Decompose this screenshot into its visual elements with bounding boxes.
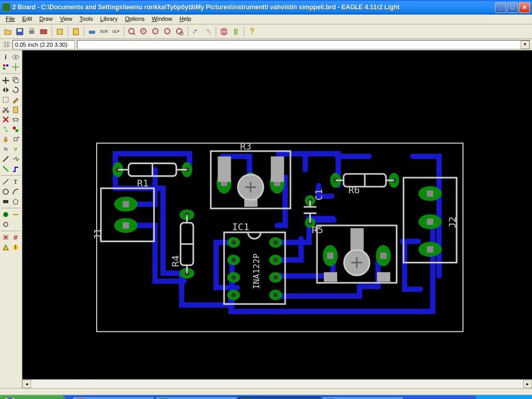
replace-tool[interactable] (11, 125, 20, 134)
menu-view[interactable]: View (56, 15, 76, 24)
svg-rect-44 (3, 200, 8, 203)
taskbar-item[interactable]: 1 Schematic - C:\Doc... (155, 396, 237, 399)
circle-tool[interactable] (1, 187, 10, 196)
label-j1: J1 (92, 228, 103, 240)
menu-tools[interactable]: Tools (76, 15, 97, 24)
svg-rect-6 (73, 29, 78, 35)
minimize-button[interactable]: _ (495, 2, 506, 13)
undo-button[interactable] (190, 26, 202, 37)
display-tool[interactable] (1, 62, 10, 72)
board-canvas[interactable]: R1 R3 R6 R5 IC1 R4 C1 J1 J2 INA122P (22, 50, 532, 379)
svg-rect-20 (236, 29, 238, 35)
svg-rect-54 (123, 201, 129, 207)
svg-marker-45 (13, 199, 18, 204)
erc-tool[interactable] (1, 243, 10, 252)
menu-library[interactable]: Library (97, 15, 122, 24)
dropdown-arrow-icon[interactable]: ▼ (521, 41, 529, 49)
via-tool[interactable] (1, 210, 10, 219)
route-tool[interactable] (11, 164, 20, 174)
zoom-in-button[interactable]: + (138, 26, 150, 37)
wire-tool[interactable] (1, 177, 10, 187)
ulp-button[interactable]: ULP (110, 26, 122, 37)
pinswap-tool[interactable] (1, 125, 10, 134)
svg-point-84 (273, 241, 277, 245)
paste-tool[interactable] (11, 105, 20, 114)
move-tool[interactable] (1, 75, 10, 85)
miter-tool[interactable] (1, 154, 10, 164)
start-button[interactable]: Käynnistä (0, 395, 65, 399)
svg-rect-38 (16, 129, 18, 132)
info-tool[interactable]: i (1, 52, 10, 62)
menu-file[interactable]: File (2, 15, 19, 24)
text-tool[interactable]: T (11, 177, 20, 187)
cut-tool[interactable] (1, 105, 10, 114)
menu-draw[interactable]: Draw (36, 15, 57, 24)
mirror-tool[interactable] (1, 85, 10, 95)
menu-edit[interactable]: Edit (19, 15, 36, 24)
svg-point-43 (3, 189, 8, 194)
ratsnest-tool[interactable] (1, 233, 10, 242)
svg-point-78 (232, 258, 236, 262)
split-tool[interactable] (11, 154, 20, 164)
board-button[interactable] (54, 26, 65, 37)
save-button[interactable] (14, 26, 25, 37)
grid-button[interactable] (2, 40, 11, 49)
add-tool[interactable] (11, 115, 20, 124)
separator (244, 26, 244, 37)
scroll-left-icon[interactable]: ◄ (22, 380, 31, 388)
errors-tool[interactable]: ! (11, 243, 20, 252)
help-button[interactable]: ? (246, 26, 258, 37)
svg-rect-23 (3, 64, 5, 66)
arc-tool[interactable] (11, 187, 20, 196)
scroll-right-icon[interactable]: ► (523, 380, 532, 388)
signal-tool[interactable] (11, 210, 20, 219)
change-tool[interactable] (11, 95, 20, 104)
svg-rect-62 (427, 246, 433, 252)
rotate-tool[interactable] (11, 85, 20, 95)
hole-tool[interactable] (1, 220, 10, 229)
scroll-track[interactable] (31, 380, 523, 388)
optimize-tool[interactable] (1, 164, 10, 174)
zoom-redraw-button[interactable] (162, 26, 174, 37)
value-tool[interactable]: V (11, 144, 20, 154)
show-tool[interactable] (11, 52, 20, 62)
label-ic1-value: INA122P (251, 254, 261, 289)
stop-button[interactable]: STOP (218, 26, 230, 37)
command-line[interactable]: ▼ (77, 40, 530, 49)
redo-button[interactable] (202, 26, 214, 37)
zoom-fit-button[interactable] (126, 26, 138, 37)
taskbar-item[interactable]: osa2 Perusteita ja ele... (322, 396, 404, 399)
system-tray[interactable]: ‹ 🛡️ 🔊 ⚙ 23:01 (475, 395, 532, 399)
lock-tool[interactable] (1, 135, 10, 144)
attribute-tool[interactable] (11, 220, 20, 229)
mark-tool[interactable] (11, 62, 20, 72)
delete-tool[interactable] (1, 115, 10, 124)
name-tool[interactable]: N (1, 144, 10, 154)
horizontal-scrollbar[interactable]: ◄ ► (22, 379, 532, 388)
cam-button[interactable] (38, 26, 49, 37)
copy-tool[interactable] (11, 75, 20, 85)
svg-rect-2 (29, 31, 34, 34)
smash-tool[interactable]: ab (11, 135, 20, 144)
go-button[interactable] (230, 26, 242, 37)
group-tool[interactable] (1, 95, 10, 104)
polygon-tool[interactable] (11, 197, 20, 206)
rect-tool[interactable] (1, 197, 10, 206)
sheet-button[interactable] (70, 26, 82, 37)
label-r6: R6 (348, 184, 360, 195)
taskbar-item[interactable]: Control Panel (72, 396, 154, 399)
zoom-out-button[interactable]: - (150, 26, 162, 37)
close-button[interactable]: ✕ (519, 2, 530, 13)
open-button[interactable] (2, 26, 14, 37)
svg-rect-24 (6, 64, 8, 66)
script-button[interactable]: SCR (98, 26, 110, 37)
maximize-button[interactable]: □ (507, 2, 518, 13)
auto-tool[interactable]: # (11, 233, 20, 242)
use-button[interactable] (86, 26, 98, 37)
menu-help[interactable]: Help (176, 15, 195, 24)
menu-options[interactable]: Options (121, 15, 148, 24)
print-button[interactable] (26, 26, 37, 37)
taskbar-item[interactable]: 2 Board - C:\Docume... (238, 396, 321, 399)
menu-window[interactable]: Window (148, 15, 176, 24)
zoom-select-button[interactable] (174, 26, 185, 37)
